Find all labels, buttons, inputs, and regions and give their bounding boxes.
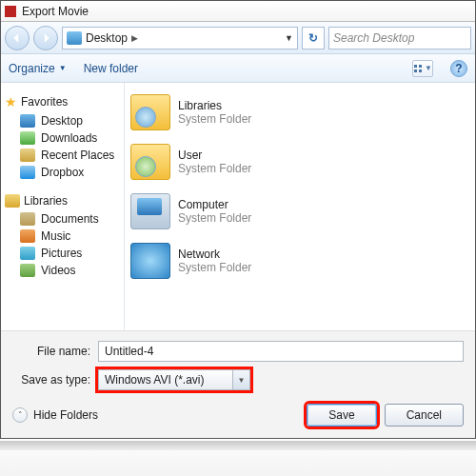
sidebar: ★ Favorites Desktop Downloads Recent Pla… <box>1 83 125 330</box>
folder-network[interactable]: NetworkSystem Folder <box>129 239 471 283</box>
sidebar-item-dropbox[interactable]: Dropbox <box>5 164 120 181</box>
new-folder-button[interactable]: New folder <box>84 62 138 75</box>
forward-button[interactable] <box>33 26 58 50</box>
svg-rect-3 <box>419 69 422 72</box>
title-bar: Export Movie <box>1 1 475 22</box>
filename-input[interactable]: Untitled-4 <box>98 341 464 362</box>
cancel-button[interactable]: Cancel <box>385 404 464 426</box>
window-title: Export Movie <box>22 5 89 18</box>
savetype-combo[interactable]: Windows AVI (*.avi) ▼ <box>98 369 250 390</box>
desktop-icon <box>20 114 35 128</box>
desktop-icon <box>67 31 82 45</box>
network-icon <box>130 243 170 279</box>
libraries-icon <box>5 194 20 208</box>
refresh-button[interactable]: ↻ <box>302 27 325 50</box>
star-icon: ★ <box>5 94 17 109</box>
folder-icon <box>130 94 170 130</box>
folder-user[interactable]: UserSystem Folder <box>129 140 471 184</box>
search-placeholder: Search Desktop <box>333 31 414 45</box>
organize-menu[interactable]: Organize ▼ <box>9 62 67 75</box>
svg-rect-1 <box>419 65 422 68</box>
background-area <box>0 450 476 476</box>
nav-bar: Desktop ▶ ▼ ↻ Search Desktop <box>1 22 475 54</box>
help-icon: ? <box>455 62 462 75</box>
folder-computer[interactable]: ComputerSystem Folder <box>129 189 471 233</box>
chevron-down-icon: ▼ <box>59 64 67 72</box>
filename-label: File name: <box>12 345 98 358</box>
chevron-down-icon: ▼ <box>425 64 432 72</box>
footer: ˄ Hide Folders Save Cancel <box>12 404 464 426</box>
favorites-header[interactable]: ★ Favorites <box>5 94 120 109</box>
search-input[interactable]: Search Desktop <box>328 27 471 50</box>
sidebar-item-documents[interactable]: Documents <box>5 210 120 228</box>
bottom-panel: File name: Untitled-4 Save as type: Wind… <box>1 330 475 438</box>
sidebar-item-videos[interactable]: Videos <box>5 262 120 279</box>
breadcrumb-location: Desktop <box>86 31 128 45</box>
dropbox-icon <box>20 166 35 179</box>
sidebar-item-recent[interactable]: Recent Places <box>5 147 120 164</box>
libraries-header[interactable]: Libraries <box>5 194 120 208</box>
help-button[interactable]: ? <box>450 60 467 77</box>
recent-icon <box>20 149 35 162</box>
hide-folders-button[interactable]: ˄ Hide Folders <box>12 407 98 423</box>
folder-libraries[interactable]: LibrariesSystem Folder <box>129 90 471 134</box>
sidebar-item-downloads[interactable]: Downloads <box>5 129 120 147</box>
pictures-icon <box>20 247 35 260</box>
file-list[interactable]: LibrariesSystem Folder UserSystem Folder… <box>125 83 475 330</box>
shadow-divider <box>0 441 476 450</box>
export-dialog: Export Movie Desktop ▶ ▼ ↻ Search Deskto… <box>0 0 476 439</box>
sidebar-item-desktop[interactable]: Desktop <box>5 112 120 129</box>
documents-icon <box>20 212 35 226</box>
view-options-button[interactable]: ▼ <box>412 60 433 77</box>
sidebar-item-music[interactable]: Music <box>5 228 120 245</box>
savetype-row: Save as type: Windows AVI (*.avi) ▼ <box>12 369 464 390</box>
computer-icon <box>130 193 170 229</box>
arrow-right-icon <box>40 32 51 44</box>
body-area: ★ Favorites Desktop Downloads Recent Pla… <box>1 83 475 330</box>
filename-row: File name: Untitled-4 <box>12 341 464 362</box>
save-button[interactable]: Save <box>307 404 376 426</box>
chevron-right-icon: ▶ <box>131 33 138 43</box>
svg-rect-0 <box>414 65 417 68</box>
downloads-icon <box>20 131 35 145</box>
svg-rect-2 <box>414 69 417 72</box>
arrow-left-icon <box>11 32 23 44</box>
chevron-up-icon: ˄ <box>12 407 28 423</box>
chevron-down-icon[interactable]: ▼ <box>285 33 293 43</box>
videos-icon <box>20 264 35 277</box>
back-button[interactable] <box>5 26 30 50</box>
toolbar: Organize ▼ New folder ▼ ? <box>1 54 475 83</box>
savetype-label: Save as type: <box>12 373 98 387</box>
music-icon <box>20 229 35 243</box>
chevron-down-icon[interactable]: ▼ <box>232 370 249 389</box>
view-icon <box>413 64 423 73</box>
refresh-icon: ↻ <box>308 31 318 45</box>
sidebar-item-pictures[interactable]: Pictures <box>5 245 120 262</box>
app-icon <box>5 6 16 17</box>
folder-icon <box>130 144 170 180</box>
breadcrumb[interactable]: Desktop ▶ ▼ <box>62 27 298 50</box>
